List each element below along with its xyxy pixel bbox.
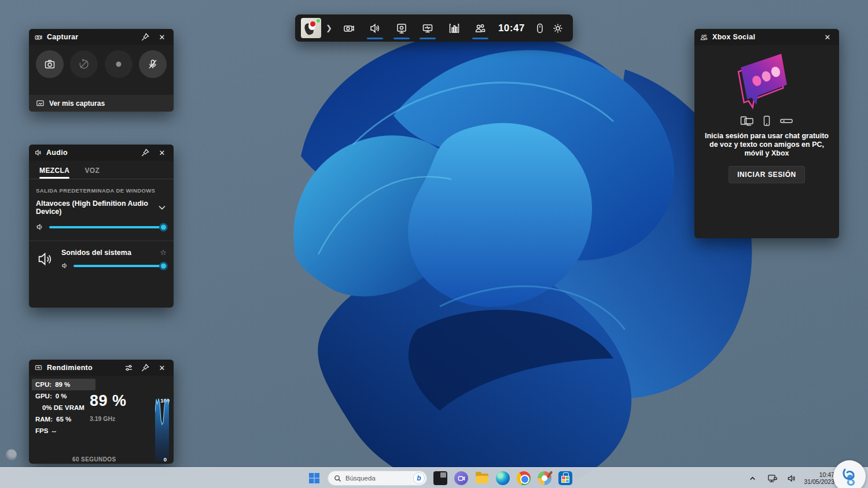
output-device-dropdown[interactable]: Altavoces (High Definition Audio Device)	[29, 194, 174, 216]
search-placeholder: Búsqueda	[345, 475, 409, 482]
signin-message: Inicia sesión para usar chat gratuito de…	[694, 126, 839, 158]
search-input[interactable]: Búsqueda b	[328, 471, 427, 486]
system-sounds-volume-row	[61, 262, 167, 269]
screenshot-button[interactable]	[36, 50, 64, 78]
system-sounds-speaker-icon	[36, 249, 56, 269]
close-icon[interactable]: ✕	[156, 146, 168, 159]
record-dot-icon	[113, 58, 124, 70]
stat-row-fps[interactable]: FPS --	[32, 425, 95, 437]
tray-network[interactable]	[764, 471, 779, 486]
xbox-social-widget: Xbox Social ✕	[694, 29, 839, 238]
performance-widget-header[interactable]: Rendimiento ✕	[29, 360, 174, 376]
people-icon	[474, 22, 487, 35]
game-bar-toolbar: ❯ 10:47	[295, 14, 573, 42]
pin-icon[interactable]	[139, 146, 152, 159]
toolbar-social-button[interactable]	[467, 14, 494, 42]
performance-widget-title: Rendimiento	[47, 364, 93, 372]
default-output-label: SALIDA PREDETERMINADA DE WINDOWS	[29, 179, 174, 194]
pin-icon[interactable]	[139, 31, 152, 43]
signin-button[interactable]: INICIAR SESIÓN	[729, 166, 805, 183]
toolbar-performance-button[interactable]	[441, 14, 468, 42]
chevron-right-icon[interactable]: ❯	[326, 24, 332, 32]
tab-mezcla[interactable]: MEZCLA	[39, 164, 69, 179]
tray-clock[interactable]: 10:47 31/05/2023	[804, 471, 834, 485]
pin-icon[interactable]	[139, 361, 152, 374]
stat-label: RAM:	[35, 415, 53, 424]
tray-volume[interactable]	[784, 471, 799, 486]
small-speaker-icon	[36, 223, 45, 231]
toolbar-capture-button[interactable]	[336, 14, 362, 42]
capture-icon	[343, 22, 355, 35]
cpu-graph-area	[155, 398, 169, 461]
audio-widget-title: Audio	[46, 149, 68, 157]
chevron-up-icon	[749, 475, 756, 482]
graph-window-label: 60 SEGUNDOS	[72, 456, 116, 463]
bing-icon[interactable]: b	[413, 472, 425, 484]
gear-icon	[552, 23, 564, 34]
capture-buttons-row	[29, 45, 174, 83]
toolbar-mouse-passthrough-button[interactable]	[531, 14, 549, 42]
social-active-underline	[472, 38, 488, 39]
taskbar-app-file-explorer[interactable]	[475, 471, 490, 486]
close-icon[interactable]: ✕	[156, 31, 168, 43]
system-sounds-label: Sonidos del sistema	[61, 249, 160, 257]
cpu-usage-big-value: 89 %	[90, 392, 127, 410]
taskbar-app-darkapp[interactable]	[433, 471, 448, 486]
bar-chart-icon	[448, 22, 461, 35]
resources-active-underline	[420, 38, 436, 39]
see-my-captures-button[interactable]: Ver mis capturas	[29, 95, 174, 112]
ethernet-icon	[767, 474, 777, 483]
stat-label: GPU:	[35, 391, 52, 401]
close-icon[interactable]: ✕	[156, 361, 168, 374]
mouse-icon	[534, 23, 546, 34]
taskbar-app-store[interactable]	[558, 471, 573, 486]
toolbar-settings-button[interactable]	[549, 14, 567, 42]
stat-row-gpu[interactable]: GPU: 0 %	[32, 390, 95, 402]
chat-bubble-illustration	[694, 45, 839, 112]
audio-widget-header[interactable]: Audio ✕	[29, 145, 174, 161]
record-last-icon	[78, 58, 90, 70]
taskbar-app-paint[interactable]	[537, 471, 552, 486]
console-icon	[779, 116, 793, 126]
stat-row-vram[interactable]: 0% DE VRAM	[32, 402, 95, 413]
stat-value: --	[52, 426, 56, 435]
small-speaker-icon	[61, 262, 69, 269]
system-sounds-slider[interactable]	[73, 265, 167, 267]
windows-logo-icon	[308, 472, 320, 484]
stat-row-cpu[interactable]: CPU: 89 %	[32, 379, 95, 390]
tray-chevron-up[interactable]	[745, 471, 760, 486]
system-sounds-thumb[interactable]	[159, 261, 168, 270]
toolbar-resources-button[interactable]	[414, 14, 441, 42]
master-volume-slider[interactable]	[49, 226, 167, 228]
audio-widget: Audio ✕ MEZCLA VOZ SALIDA PREDETERMINADA…	[29, 145, 174, 308]
start-recording-button[interactable]	[105, 50, 133, 78]
options-sliders-icon[interactable]	[122, 361, 135, 374]
solvetic-watermark-logo	[833, 460, 866, 488]
record-last-button[interactable]	[70, 50, 98, 78]
active-app-thumbnail[interactable]	[301, 18, 321, 38]
social-widget-icon	[700, 33, 708, 42]
speaker-icon	[369, 22, 381, 35]
tab-voz[interactable]: VOZ	[84, 164, 100, 179]
master-volume-thumb[interactable]	[159, 223, 168, 231]
stat-row-ram[interactable]: RAM: 65 %	[32, 413, 95, 425]
taskbar-app-edge[interactable]	[495, 471, 510, 486]
monitor-camera-icon	[395, 22, 408, 35]
stat-value: 0 %	[56, 391, 67, 401]
taskbar-app-chat[interactable]	[454, 471, 469, 486]
toolbar-capture-monitor-button[interactable]	[388, 14, 415, 42]
system-sounds-row: Sonidos del sistema ☆	[29, 241, 174, 269]
toolbar-audio-button[interactable]	[362, 14, 388, 42]
close-icon[interactable]: ✕	[821, 31, 834, 43]
app-running-dot	[317, 19, 320, 23]
capture-widget-header[interactable]: Capturar ✕	[29, 29, 174, 45]
social-widget-header[interactable]: Xbox Social ✕	[694, 29, 839, 45]
start-button[interactable]	[307, 471, 322, 486]
performance-stats-list: CPU: 89 % GPU: 0 % 0% DE VRAM RAM: 65 % …	[32, 379, 95, 437]
microphone-muted-icon	[147, 58, 159, 70]
app-art-dot	[310, 21, 315, 27]
favorite-star-icon[interactable]: ☆	[160, 248, 167, 257]
microphone-toggle-button[interactable]	[139, 50, 167, 78]
audio-tabs: MEZCLA VOZ	[29, 161, 174, 179]
taskbar-app-chrome[interactable]	[516, 471, 531, 486]
